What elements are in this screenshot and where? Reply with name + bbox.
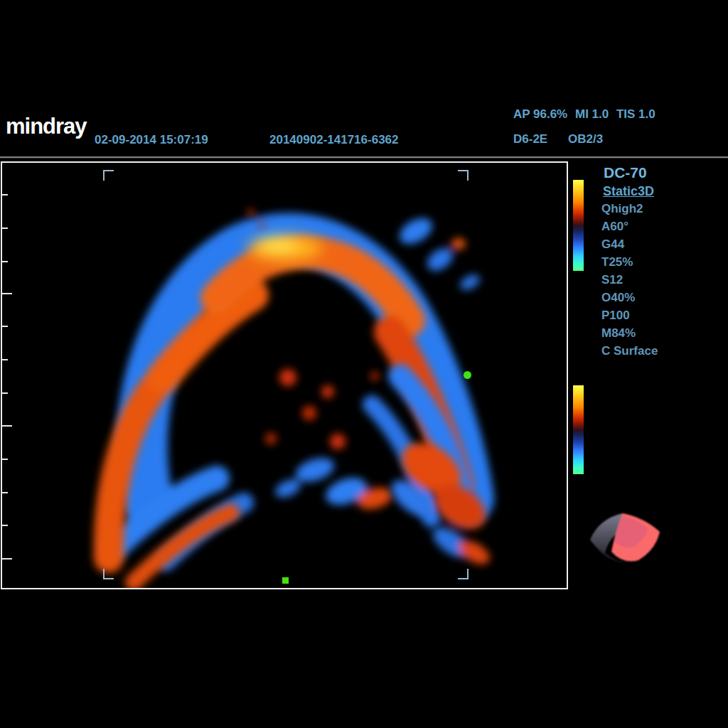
cut-plane-handle-dot[interactable] <box>464 371 471 379</box>
param-threshold: T25% <box>601 255 633 269</box>
ruler-tick <box>2 459 8 460</box>
3d-color-flow-render <box>2 163 567 588</box>
color-flow-scale-bar-top <box>573 180 584 271</box>
ruler-tick <box>2 326 8 327</box>
param-angle: A60° <box>601 220 628 234</box>
machine-model-label: DC-70 <box>604 164 647 181</box>
param-gain: G44 <box>601 237 624 252</box>
acoustic-power-value: AP 96.6% <box>513 107 567 121</box>
roi-corner-top-left <box>103 170 114 181</box>
acoustic-output-display: AP 96.6% MI 1.0 TIS 1.0 <box>513 107 660 122</box>
mechanical-index-value: MI 1.0 <box>575 107 609 121</box>
ruler-tick <box>2 194 8 196</box>
param-smooth: S12 <box>601 273 623 287</box>
ultrasound-image-area <box>1 161 568 589</box>
datetime-display: 02-09-2014 15:07:19 <box>95 133 208 147</box>
flow-bottom-cluster <box>272 454 395 513</box>
param-mix: M84% <box>601 326 636 341</box>
flow-yellow-hotspot <box>248 236 322 260</box>
ruler-tick <box>2 392 8 394</box>
color-flow-scale-bar-bottom <box>573 385 584 474</box>
probe-model-display: D6-2E <box>513 132 547 146</box>
param-quality: Qhigh2 <box>601 202 643 216</box>
orientation-marker-square[interactable] <box>282 577 289 584</box>
thermal-index-value: TIS 1.0 <box>616 107 655 121</box>
volume-orientation-icon <box>582 508 670 568</box>
exam-id-display: 20140902-141716-6362 <box>269 133 399 147</box>
ruler-tick-major <box>2 425 12 427</box>
ruler-tick-major <box>2 558 12 560</box>
ruler-tick <box>2 359 8 360</box>
mindray-logo: mindray <box>6 114 87 139</box>
roi-corner-bottom-right <box>458 569 469 579</box>
roi-corner-bottom-left <box>103 569 114 579</box>
imaging-mode-label[interactable]: Static3D <box>603 184 654 199</box>
ruler-tick <box>2 525 8 526</box>
header-divider-line <box>0 156 728 159</box>
param-persistence: P100 <box>601 309 630 323</box>
param-render-mode: C Surface <box>601 344 658 358</box>
ruler-tick-major <box>2 293 12 294</box>
roi-corner-top-right <box>458 170 469 181</box>
ruler-tick <box>2 228 8 229</box>
ultrasound-screen: mindray 02-09-2014 15:07:19 20140902-141… <box>0 0 728 728</box>
param-opacity: O40% <box>601 291 635 305</box>
exam-preset-display: OB2/3 <box>568 132 603 146</box>
ruler-tick <box>2 492 8 493</box>
ruler-tick <box>2 261 8 262</box>
